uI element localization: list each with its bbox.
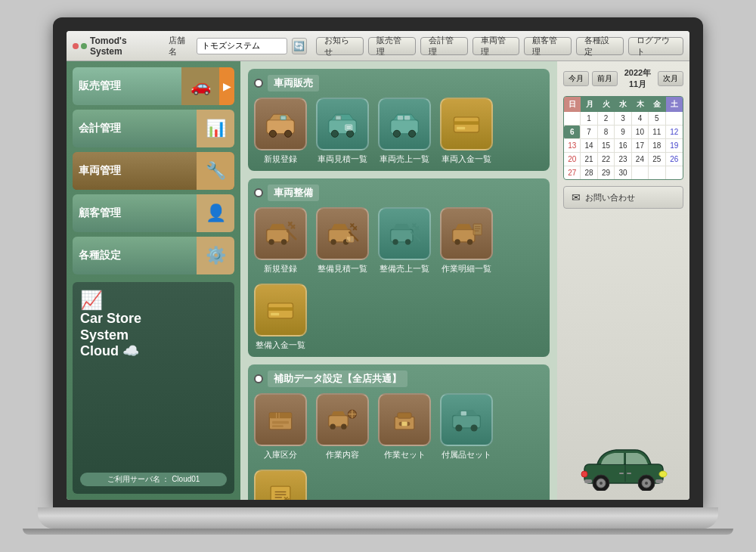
logo-dot-red (73, 43, 79, 49)
cal-header-tue: 火 (598, 97, 615, 112)
cal-cell[interactable]: 2 (598, 112, 615, 126)
svg-rect-14 (398, 116, 403, 120)
svg-point-29 (392, 239, 398, 244)
sidebar-item-sales[interactable]: 販売管理 🚗 ▶ (73, 67, 234, 105)
cal-cell[interactable]: 29 (598, 166, 615, 179)
cal-cell[interactable]: 14 (581, 139, 597, 153)
icon-grid-1: 新規登録 (254, 98, 544, 165)
cal-cell[interactable]: 21 (581, 153, 597, 166)
cal-cell (649, 166, 665, 179)
nav-customer[interactable]: 顧客管理 (524, 37, 572, 55)
icon-work-detail[interactable]: 作業明細一覧 (440, 207, 493, 274)
sidebar-item-settings[interactable]: 各種設定 ⚙️ (73, 237, 234, 274)
sidebar-item-vehicle[interactable]: 車両管理 🔧 (73, 152, 234, 190)
logo-chart-icon: 📈 (80, 290, 227, 311)
icon-label-work-content: 作業内容 (326, 449, 359, 461)
icon-maint-payment[interactable]: 整備入金一覧 (254, 284, 307, 351)
logo-dot-green (81, 43, 87, 49)
logout-button[interactable]: ログアウト (628, 37, 683, 55)
icon-box-work-set (378, 393, 431, 446)
store-input[interactable] (197, 38, 287, 54)
cal-cell[interactable]: 1 (581, 112, 597, 126)
svg-rect-78 (619, 473, 624, 474)
svg-rect-15 (404, 116, 410, 120)
cal-cell[interactable]: 7 (581, 126, 597, 139)
sidebar-item-customer[interactable]: 顧客管理 👤 (73, 194, 234, 232)
cal-cell[interactable]: 23 (615, 153, 631, 166)
sidebar: 販売管理 🚗 ▶ 会計管理 📊 車両管理 🔧 顧客管理 👤 (67, 61, 240, 500)
cal-cell[interactable]: 28 (581, 166, 597, 179)
icon-estimate-list[interactable]: 車両見積一覧 (316, 98, 369, 165)
content-area: 車両販売 (240, 61, 557, 500)
svg-point-59 (471, 424, 478, 431)
prev-month-button[interactable]: 前月 (592, 71, 618, 86)
cal-cell[interactable]: 20 (564, 153, 581, 166)
svg-point-58 (455, 424, 462, 431)
cal-cell[interactable]: 15 (598, 139, 615, 153)
nav-settings[interactable]: 各種設定 (576, 37, 624, 55)
refresh-button[interactable]: 🔄 (292, 38, 308, 54)
cal-week-1: 1 2 3 4 5 (564, 112, 683, 126)
icon-maint-estimate[interactable]: 整備見積一覧 (316, 207, 369, 274)
icon-new-registration[interactable]: 新規登録 (254, 98, 307, 165)
cal-cell[interactable]: 18 (649, 139, 665, 153)
cal-cell[interactable]: 19 (666, 139, 683, 153)
cal-header-fri: 金 (649, 97, 665, 112)
icon-maint-sales[interactable]: 整備売上一覧 (378, 207, 431, 274)
cal-cell[interactable]: 17 (632, 139, 649, 153)
icon-work-set[interactable]: 作業セット (378, 393, 431, 461)
calendar-grid: 日 月 火 水 木 金 土 1 2 3 (563, 96, 683, 180)
svg-rect-35 (473, 224, 482, 235)
icon-label-sales-list: 車両売上一覧 (380, 154, 429, 165)
cal-cell[interactable]: 24 (632, 153, 649, 166)
icon-label-storage-cat: 入庫区分 (264, 449, 297, 461)
section-radio-3 (254, 374, 263, 383)
cal-cell[interactable]: 12 (666, 126, 683, 139)
cal-cell[interactable]: 11 (649, 126, 665, 139)
cal-cell[interactable]: 8 (598, 126, 615, 139)
cal-cell[interactable] (564, 112, 581, 126)
cal-cell[interactable]: 3 (615, 112, 631, 126)
next-month-button[interactable]: 次月 (658, 71, 683, 86)
svg-rect-18 (457, 127, 465, 130)
inquiry-button[interactable]: ✉ お問い合わせ (563, 186, 683, 209)
nav-notice[interactable]: お知らせ (316, 37, 364, 55)
nav-accounting[interactable]: 会計管理 (420, 37, 468, 55)
cal-cell[interactable]: 4 (632, 112, 649, 126)
icon-maint-new-reg[interactable]: 新規登録 (254, 207, 307, 274)
sidebar-icon-settings: ⚙️ (197, 237, 234, 274)
cal-cell[interactable]: 26 (666, 153, 683, 166)
icon-storage-category[interactable]: 入庫区分 (254, 393, 307, 461)
sidebar-icon-customer: 👤 (197, 194, 234, 232)
cal-cell[interactable]: 13 (564, 139, 581, 153)
today-button[interactable]: 今月 (563, 71, 589, 86)
sidebar-label-settings: 各種設定 (73, 237, 197, 274)
cal-cell[interactable]: 22 (598, 153, 615, 166)
cal-cell[interactable]: 9 (615, 126, 631, 139)
sidebar-logo: 📈 Car Store System Cloud ☁️ ご利用サーバ名 ： Cl… (73, 282, 234, 494)
section-title-2: 車両整備 (268, 185, 319, 201)
cal-cell[interactable]: 5 (649, 112, 665, 126)
svg-point-13 (409, 130, 416, 137)
icon-accessory-set[interactable]: 付属品セット (440, 393, 493, 461)
cal-cell[interactable]: 30 (615, 166, 631, 179)
cal-cell[interactable] (666, 112, 683, 126)
svg-rect-41 (271, 313, 279, 316)
cal-cell[interactable]: 27 (564, 166, 581, 179)
icon-expense-set[interactable]: 諸費用セット (254, 470, 307, 500)
cal-cell[interactable]: 16 (615, 139, 631, 153)
nav-sales[interactable]: 販売管理 (368, 37, 416, 55)
icon-box-work-detail (440, 207, 493, 260)
icon-work-content[interactable]: 作業内容 (316, 393, 369, 461)
sidebar-item-accounting[interactable]: 会計管理 📊 (73, 110, 234, 147)
svg-rect-17 (454, 121, 479, 125)
cal-cell[interactable]: 10 (632, 126, 649, 139)
icon-box-work-content (316, 393, 369, 446)
nav-vehicle[interactable]: 車両管理 (472, 37, 520, 55)
cal-cell[interactable]: 6 (564, 126, 581, 139)
cal-cell[interactable]: 25 (649, 153, 665, 166)
sidebar-arrow-sales: ▶ (219, 67, 234, 105)
section-header-2: 車両整備 (254, 185, 544, 201)
icon-payment-list[interactable]: 車両入金一覧 (440, 98, 493, 165)
icon-sales-list[interactable]: 車両売上一覧 (378, 98, 431, 165)
